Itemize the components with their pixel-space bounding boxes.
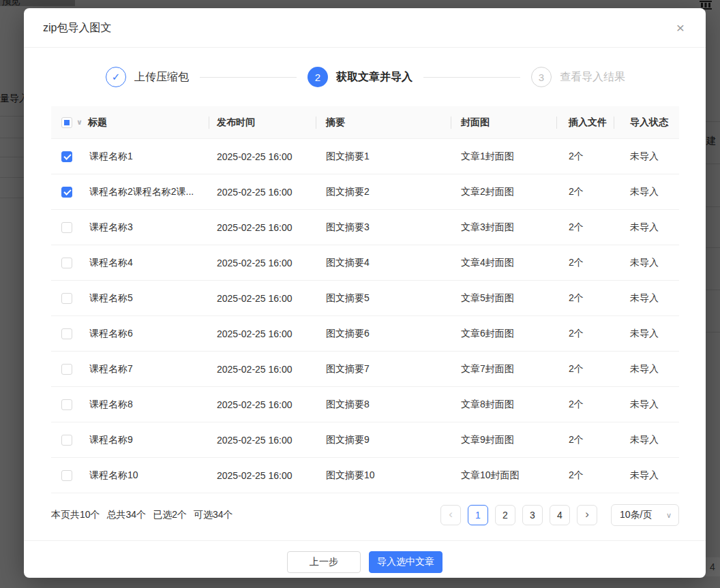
- row-checkbox[interactable]: [61, 187, 72, 198]
- table-row: 课程名称82025-02-25 16:00图文摘要8文章8封面图2个未导入: [51, 387, 679, 422]
- modal-title: zip包导入图文: [43, 22, 111, 33]
- step-number: 3: [531, 67, 552, 87]
- cell-summary: 图文摘要2: [316, 186, 451, 198]
- row-checkbox[interactable]: [61, 470, 72, 481]
- step-view-result: 3 查看导入结果: [531, 67, 625, 87]
- cell-insert-files: 2个: [556, 186, 614, 198]
- cell-import-status: 未导入: [614, 328, 679, 340]
- cell-summary: 图文摘要5: [316, 292, 451, 305]
- cell-title: 课程名称4: [89, 257, 133, 269]
- step-label: 获取文章并导入: [336, 70, 412, 84]
- chevron-down-icon: ∨: [666, 511, 672, 520]
- cell-publish-time: 2025-02-25 16:00: [209, 399, 316, 410]
- cell-insert-files: 2个: [556, 399, 614, 411]
- modal-header: zip包导入图文 ×: [24, 8, 706, 48]
- cell-cover: 文章5封面图: [451, 292, 556, 305]
- row-checkbox[interactable]: [61, 435, 72, 446]
- cell-publish-time: 2025-02-25 16:00: [209, 222, 316, 233]
- table-row: 课程名称92025-02-25 16:00图文摘要9文章9封面图2个未导入: [51, 422, 679, 458]
- cell-summary: 图文摘要9: [316, 434, 451, 446]
- cell-summary: 图文摘要6: [316, 328, 451, 340]
- table-row: 课程名称42025-02-25 16:00图文摘要4文章4封面图2个未导入: [51, 245, 679, 281]
- prev-step-button[interactable]: 上一步: [287, 551, 361, 573]
- cell-title: 课程名称5: [89, 292, 133, 305]
- cell-insert-files: 2个: [556, 221, 614, 234]
- cell-title: 课程名称6: [89, 328, 133, 340]
- row-checkbox[interactable]: [61, 258, 72, 268]
- cell-title: 课程名称10: [89, 469, 138, 482]
- cell-publish-time: 2025-02-25 16:00: [209, 258, 316, 268]
- table-row: 课程名称62025-02-25 16:00图文摘要6文章6封面图2个未导入: [51, 316, 679, 352]
- page-buttons: 1234: [468, 505, 570, 525]
- cell-insert-files: 2个: [556, 363, 614, 375]
- cell-publish-time: 2025-02-25 16:00: [209, 364, 316, 375]
- column-header-status: 导入状态: [630, 117, 668, 129]
- cell-summary: 图文摘要4: [316, 257, 451, 269]
- cell-insert-files: 2个: [556, 328, 614, 340]
- row-checkbox[interactable]: [61, 399, 72, 410]
- selection-summary: 本页共10个 总共34个 已选2个 可选34个: [51, 509, 233, 521]
- cell-cover: 文章1封面图: [451, 151, 556, 163]
- count-total: 总共34个: [107, 509, 147, 521]
- table-row: 课程名称52025-02-25 16:00图文摘要5文章5封面图2个未导入: [51, 281, 679, 316]
- page-button-1[interactable]: 1: [468, 505, 488, 525]
- cell-import-status: 未导入: [614, 363, 679, 375]
- column-header-title: 标题: [88, 117, 107, 129]
- cell-cover: 文章10封面图: [451, 469, 556, 482]
- cell-title: 课程名称7: [89, 363, 133, 375]
- column-header-files: 插入文件: [569, 117, 607, 129]
- row-checkbox[interactable]: [61, 222, 72, 233]
- title-cell: 课程名称9: [51, 434, 209, 446]
- page-size-select[interactable]: 10条/页 ∨: [611, 504, 679, 526]
- column-header-time: 发布时间: [217, 117, 255, 129]
- cell-summary: 图文摘要3: [316, 221, 451, 234]
- cell-title: 课程名称1: [89, 151, 133, 163]
- select-all-checkbox[interactable]: [61, 117, 72, 128]
- zip-import-modal: zip包导入图文 × ✓ 上传压缩包 2 获取文章并导入 3 查看导入结果 ∨ …: [24, 8, 706, 578]
- title-cell: 课程名称3: [51, 221, 209, 234]
- cell-cover: 文章8封面图: [451, 399, 556, 411]
- title-cell: 课程名称4: [51, 257, 209, 269]
- pagination: ‹ 1234 › 10条/页 ∨: [440, 504, 679, 526]
- cell-import-status: 未导入: [614, 221, 679, 234]
- cell-summary: 图文摘要8: [316, 399, 451, 411]
- chevron-down-icon[interactable]: ∨: [76, 118, 82, 127]
- title-cell: 课程名称7: [51, 363, 209, 375]
- cell-cover: 文章6封面图: [451, 328, 556, 340]
- title-cell: 课程名称2课程名称2课...: [51, 186, 209, 198]
- cell-summary: 图文摘要10: [316, 469, 451, 482]
- cell-publish-time: 2025-02-25 16:00: [209, 328, 316, 339]
- page-button-4[interactable]: 4: [550, 505, 570, 525]
- cell-cover: 文章2封面图: [451, 186, 556, 198]
- cell-publish-time: 2025-02-25 16:00: [209, 293, 316, 304]
- step-label: 上传压缩包: [134, 70, 189, 84]
- article-table: ∨ 标题 发布时间 摘要 封面图 插入文件 导入状态 课程名称12025-02-…: [51, 106, 679, 493]
- page-button-3[interactable]: 3: [522, 505, 543, 525]
- page-button-2[interactable]: 2: [495, 505, 515, 525]
- title-cell: 课程名称6: [51, 328, 209, 340]
- row-checkbox[interactable]: [61, 364, 72, 375]
- cell-import-status: 未导入: [614, 292, 679, 305]
- cell-import-status: 未导入: [614, 257, 679, 269]
- cell-summary: 图文摘要1: [316, 151, 451, 163]
- title-cell: 课程名称5: [51, 292, 209, 305]
- import-selected-button[interactable]: 导入选中文章: [369, 551, 442, 573]
- step-label: 查看导入结果: [560, 70, 625, 84]
- close-icon[interactable]: ×: [672, 19, 689, 37]
- count-selectable: 可选34个: [194, 509, 233, 521]
- row-checkbox[interactable]: [61, 151, 72, 162]
- cell-insert-files: 2个: [556, 151, 614, 163]
- action-bar: 上一步 导入选中文章: [24, 540, 706, 573]
- table-row: 课程名称12025-02-25 16:00图文摘要1文章1封面图2个未导入: [51, 139, 679, 174]
- next-page-button[interactable]: ›: [577, 505, 597, 525]
- step-connector: [200, 77, 297, 78]
- cell-import-status: 未导入: [614, 186, 679, 198]
- row-checkbox[interactable]: [61, 293, 72, 304]
- cell-import-status: 未导入: [614, 434, 679, 446]
- prev-page-button[interactable]: ‹: [440, 505, 461, 525]
- cell-cover: 文章9封面图: [451, 434, 556, 446]
- row-checkbox[interactable]: [61, 328, 72, 339]
- cell-title: 课程名称9: [89, 434, 133, 446]
- cell-publish-time: 2025-02-25 16:00: [209, 470, 316, 481]
- cell-insert-files: 2个: [556, 434, 614, 446]
